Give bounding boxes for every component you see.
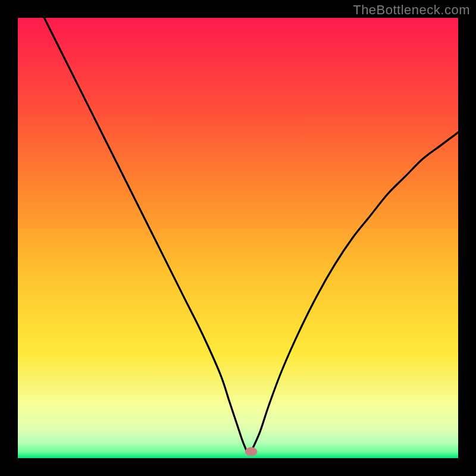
bottleneck-chart xyxy=(0,0,476,476)
minimum-marker xyxy=(245,447,258,456)
plot-background xyxy=(18,18,458,458)
chart-frame: TheBottleneck.com xyxy=(0,0,476,476)
watermark-text: TheBottleneck.com xyxy=(353,2,470,18)
